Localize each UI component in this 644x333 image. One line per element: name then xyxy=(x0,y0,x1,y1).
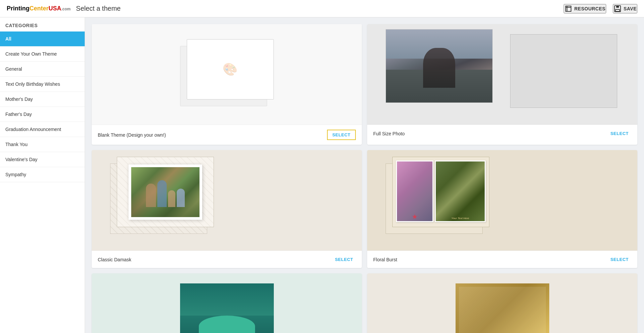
sidebar-item-thank-you[interactable]: Thank You xyxy=(0,137,85,152)
select-button-blank[interactable]: SELECT xyxy=(327,130,356,140)
sidebar-item-sympathy[interactable]: Sympathy xyxy=(0,167,85,182)
theme-card-6 xyxy=(367,273,637,333)
header: PrintingCenterUSA.com Select a theme RES… xyxy=(0,0,644,17)
blank-card-illustration: 🎨 xyxy=(180,39,274,110)
content-area: 🎨 Blank Theme (Design your own!) SELECT xyxy=(85,17,644,333)
card-image-floral: Your Text Here xyxy=(367,150,637,251)
palette-icon: 🎨 xyxy=(223,62,238,76)
svg-rect-1 xyxy=(616,6,619,8)
card-footer-damask: Classic Damask SELECT xyxy=(92,251,362,268)
save-icon xyxy=(614,5,622,13)
main-layout: Categories All Create Your Own Theme Gen… xyxy=(0,17,644,333)
sidebar-item-valentines[interactable]: Valentine's Day xyxy=(0,152,85,167)
theme-card-floral: Your Text Here Floral Burst SELECT xyxy=(367,150,637,268)
theme-card-full-photo: Full Size Photo SELECT xyxy=(367,24,637,145)
header-left: PrintingCenterUSA.com Select a theme xyxy=(7,5,120,12)
theme-card-5 xyxy=(92,273,362,333)
resources-label: RESOURCES xyxy=(574,6,606,11)
card-footer-floral: Floral Burst SELECT xyxy=(367,251,637,268)
sidebar-item-fathers-day[interactable]: Father's Day xyxy=(0,107,85,122)
card-image-damask xyxy=(92,150,362,251)
select-button-floral[interactable]: SELECT xyxy=(608,256,631,263)
logo-printing: Printing xyxy=(7,5,29,12)
header-right: RESOURCES SAVE xyxy=(564,4,637,13)
sidebar-item-text-birthday[interactable]: Text Only Birthday Wishes xyxy=(0,77,85,92)
page-title: Select a theme xyxy=(76,5,120,12)
resources-button[interactable]: RESOURCES xyxy=(564,4,606,13)
save-button[interactable]: SAVE xyxy=(613,4,637,13)
card-image-full-photo xyxy=(367,24,637,125)
card-image-6 xyxy=(367,273,637,333)
select-button-full-photo[interactable]: SELECT xyxy=(608,130,631,137)
themes-grid: 🎨 Blank Theme (Design your own!) SELECT xyxy=(92,24,637,333)
categories-heading: Categories xyxy=(0,17,85,31)
theme-card-blank: 🎨 Blank Theme (Design your own!) SELECT xyxy=(92,24,362,145)
logo: PrintingCenterUSA.com xyxy=(7,5,71,12)
card-image-5 xyxy=(92,273,362,333)
logo-com: .com xyxy=(61,7,71,11)
sidebar-item-graduation[interactable]: Graduation Announcement xyxy=(0,122,85,137)
sidebar-item-mothers-day[interactable]: Mother's Day xyxy=(0,92,85,107)
card-footer-full-photo: Full Size Photo SELECT xyxy=(367,125,637,142)
theme-card-damask: Classic Damask SELECT xyxy=(92,150,362,268)
card-image-blank: 🎨 xyxy=(92,24,362,125)
sidebar-item-create-your-own[interactable]: Create Your Own Theme xyxy=(0,47,85,62)
card-footer-blank: Blank Theme (Design your own!) SELECT xyxy=(92,125,362,145)
book-icon xyxy=(564,5,572,13)
sidebar: Categories All Create Your Own Theme Gen… xyxy=(0,17,85,333)
theme-name-floral: Floral Burst xyxy=(373,257,397,262)
blank-card-front: 🎨 xyxy=(187,39,274,99)
logo-center: Center xyxy=(29,5,49,12)
theme-name-damask: Classic Damask xyxy=(98,257,131,262)
svg-rect-2 xyxy=(616,9,620,11)
theme-name-blank: Blank Theme (Design your own!) xyxy=(98,132,166,138)
theme-name-full-photo: Full Size Photo xyxy=(373,131,405,136)
sidebar-item-all[interactable]: All xyxy=(0,31,85,47)
sidebar-item-general[interactable]: General xyxy=(0,62,85,77)
select-button-damask[interactable]: SELECT xyxy=(332,256,356,263)
save-label: SAVE xyxy=(624,6,637,11)
logo-usa: USA xyxy=(49,5,61,12)
